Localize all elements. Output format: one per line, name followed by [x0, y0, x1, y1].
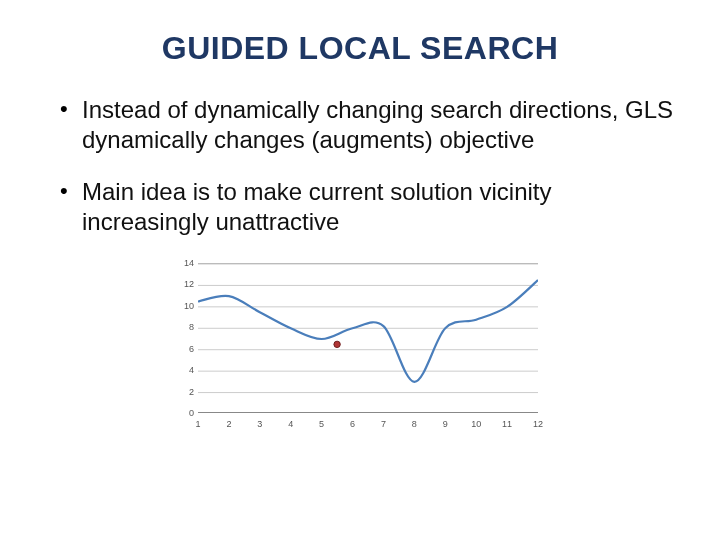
y-tick-label: 0	[170, 408, 194, 418]
page-title: GUIDED LOCAL SEARCH	[40, 30, 680, 67]
x-tick-label: 12	[533, 419, 543, 429]
bullet-list: Instead of dynamically changing search d…	[40, 95, 680, 237]
bullet-item: Main idea is to make current solution vi…	[60, 177, 680, 237]
x-tick-label: 6	[350, 419, 355, 429]
series-objective	[198, 280, 538, 382]
x-tick-label: 8	[412, 419, 417, 429]
x-tick-label: 4	[288, 419, 293, 429]
plot-area	[198, 263, 538, 413]
line-chart: 02468101214 123456789101112	[170, 259, 550, 439]
y-tick-label: 2	[170, 387, 194, 397]
y-tick-label: 10	[170, 301, 194, 311]
chart-svg	[198, 264, 538, 414]
y-tick-label: 12	[170, 279, 194, 289]
y-tick-label: 4	[170, 365, 194, 375]
x-tick-label: 11	[502, 419, 512, 429]
y-tick-label: 8	[170, 322, 194, 332]
x-tick-label: 3	[257, 419, 262, 429]
x-tick-label: 10	[471, 419, 481, 429]
x-tick-label: 5	[319, 419, 324, 429]
x-tick-label: 2	[226, 419, 231, 429]
x-tick-label: 1	[195, 419, 200, 429]
y-tick-label: 6	[170, 344, 194, 354]
x-tick-label: 7	[381, 419, 386, 429]
gridlines	[198, 264, 538, 393]
x-tick-label: 9	[443, 419, 448, 429]
bullet-item: Instead of dynamically changing search d…	[60, 95, 680, 155]
current-solution-marker	[334, 341, 340, 347]
chart-container: 02468101214 123456789101112	[170, 259, 550, 439]
y-tick-label: 14	[170, 258, 194, 268]
